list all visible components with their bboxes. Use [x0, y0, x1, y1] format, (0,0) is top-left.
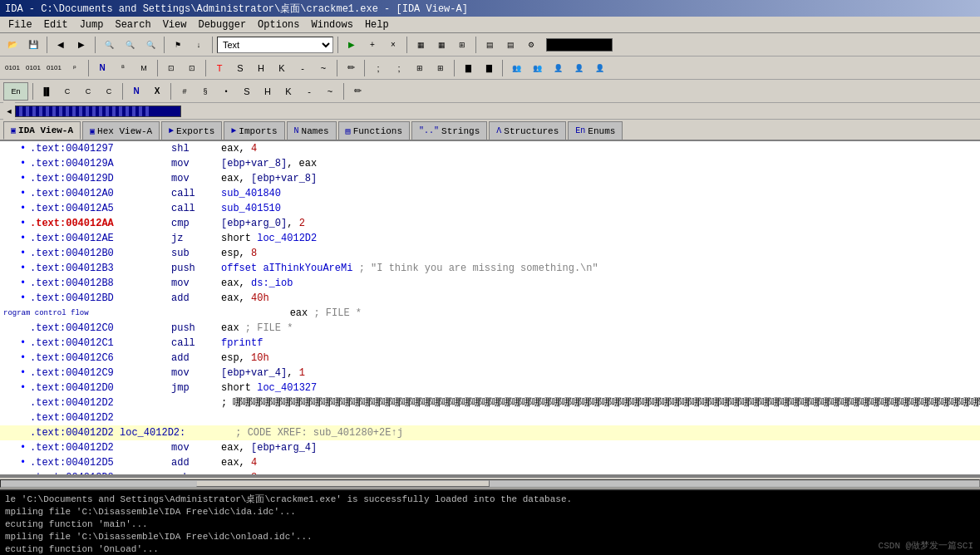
- tb-c3[interactable]: C: [100, 82, 118, 101]
- tb-people3[interactable]: 👤: [549, 59, 567, 77]
- tb-people4[interactable]: 👤: [569, 59, 588, 77]
- tb-people1[interactable]: 👥: [507, 59, 525, 77]
- tb-extra3[interactable]: ⚙: [522, 36, 540, 54]
- menu-item-options[interactable]: Options: [253, 18, 304, 32]
- disasm-line[interactable]: •.text:004012B3pushoffset aIThinkYouAreM…: [0, 261, 980, 276]
- tb-run[interactable]: ▶: [342, 36, 361, 54]
- tb-dot2[interactable]: •: [217, 82, 235, 101]
- tb-forward[interactable]: ▶: [72, 36, 91, 54]
- disasm-line[interactable]: •.text:004012C9mov[ebp+var_4], 1: [0, 366, 980, 381]
- tb-add[interactable]: +: [363, 36, 382, 54]
- disasm-line[interactable]: •.text:004012BDaddeax, 40h: [0, 291, 980, 306]
- indicator-left[interactable]: ◄: [3, 102, 15, 120]
- tb-c2[interactable]: C: [79, 82, 97, 101]
- tb-search2[interactable]: 🔍: [121, 36, 139, 54]
- tb-s2[interactable]: S: [238, 82, 256, 101]
- tb-semi[interactable]: ;: [369, 59, 387, 77]
- tb-hash[interactable]: #: [175, 82, 194, 101]
- tb-name-m[interactable]: M: [135, 59, 153, 77]
- tb-back[interactable]: ◀: [52, 36, 70, 54]
- tb-dash[interactable]: -: [293, 59, 312, 77]
- tb-slash[interactable]: -: [300, 82, 318, 101]
- disasm-line[interactable]: •.text:004012B8moveax, ds:_iob: [0, 276, 980, 291]
- disasm-line[interactable]: •.text:004012D2moveax, [ebp+arg_4]: [0, 440, 980, 455]
- tb-h2[interactable]: H: [259, 82, 277, 101]
- tb-hex-view2[interactable]: ▦: [432, 36, 451, 54]
- tab-functions[interactable]: ▤Functions: [338, 121, 410, 140]
- menu-item-edit[interactable]: Edit: [39, 18, 73, 32]
- tb-people2[interactable]: 👥: [528, 59, 546, 77]
- menu-item-jump[interactable]: Jump: [75, 18, 109, 32]
- disasm-line[interactable]: .text:004012D2; 哪哪哪哪哪哪哪哪哪哪哪哪哪哪哪哪哪哪哪哪哪哪哪哪…: [0, 395, 980, 410]
- tb-h1[interactable]: H: [252, 59, 270, 77]
- tab-ida-view-a[interactable]: ▣IDA View-A: [3, 121, 81, 140]
- tb-k1[interactable]: K: [273, 59, 291, 77]
- disasm-line[interactable]: .text:004012C0pusheax ; FILE *: [0, 321, 980, 336]
- tb-pencil[interactable]: ✏: [342, 59, 360, 77]
- disasm-line[interactable]: .text:004012D2: [0, 410, 980, 425]
- disasm-line[interactable]: •.text:004012AAcmp[ebp+arg_0], 2: [0, 216, 980, 231]
- tb-export[interactable]: ⊞: [453, 36, 471, 54]
- tab-exports[interactable]: ►Exports: [161, 121, 222, 140]
- tb-r3[interactable]: 0101: [45, 59, 63, 77]
- tb-nav1[interactable]: ⚑: [169, 36, 187, 54]
- tb-k2[interactable]: K: [279, 82, 298, 101]
- tb-en-toggle[interactable]: En: [3, 82, 28, 101]
- disasm-line[interactable]: .text:004012D2 loc_4012D2: ; CODE XREF: …: [0, 425, 980, 440]
- disasm-line[interactable]: rogram control floweax ; FILE *: [0, 306, 980, 321]
- tb-bar-chart2[interactable]: ▇: [480, 59, 498, 77]
- tb-people5[interactable]: 👤: [590, 59, 608, 77]
- tb-extra1[interactable]: ▤: [480, 36, 499, 54]
- tb-nav2[interactable]: ↓: [190, 36, 208, 54]
- tb-table[interactable]: ⊞: [411, 59, 429, 77]
- disasm-line[interactable]: •.text:004012D5addeax, 4: [0, 455, 980, 470]
- tb-bar-chart[interactable]: ▇: [459, 59, 477, 77]
- tb-s1[interactable]: S: [231, 59, 249, 77]
- hscroll-bar[interactable]: [0, 477, 980, 489]
- tb-open[interactable]: 📂: [3, 36, 22, 54]
- tb-r2[interactable]: 0101: [24, 59, 42, 77]
- view-type-dropdown[interactable]: Text Graph Hex: [217, 37, 333, 53]
- disasm-line[interactable]: •.text:004012C6addesp, 10h: [0, 351, 980, 366]
- menu-item-file[interactable]: File: [3, 18, 37, 32]
- tb-semi2[interactable]: ;: [390, 59, 408, 77]
- tb-table2[interactable]: ⊞: [431, 59, 450, 77]
- tab-structures[interactable]: ΛStructures: [489, 121, 566, 140]
- tb-r4[interactable]: ᵖ: [66, 59, 84, 77]
- tb-pound[interactable]: §: [196, 82, 214, 101]
- tb-name-n[interactable]: N: [93, 59, 111, 77]
- tb-c1[interactable]: C: [58, 82, 76, 101]
- disasm-line[interactable]: •.text:0040129Amov[ebp+var_8], eax: [0, 156, 980, 171]
- disasm-line[interactable]: •.text:004012D8subesp, 8: [0, 470, 980, 477]
- tb-save[interactable]: 💾: [24, 36, 42, 54]
- tab-strings[interactable]: ".."Strings: [411, 121, 487, 140]
- disasm-line[interactable]: •.text:004012AEjzshort loc_4012D2: [0, 231, 980, 246]
- tab-imports[interactable]: ►Imports: [224, 121, 284, 140]
- tb-r1[interactable]: 0101: [3, 59, 22, 77]
- tb-paste[interactable]: ⊡: [183, 59, 201, 77]
- tb-search3[interactable]: 🔍: [141, 36, 160, 54]
- tab-names[interactable]: NNames: [287, 121, 337, 140]
- disasm-line[interactable]: •.text:004012A5callsub_401510: [0, 201, 980, 216]
- tb-hex-view[interactable]: ▦: [411, 36, 430, 54]
- tb-x[interactable]: X: [148, 82, 166, 101]
- disasm-line[interactable]: •.text:004012C1callfprintf: [0, 336, 980, 351]
- tab-hex-view-a[interactable]: ▣Hex View-A: [82, 121, 160, 140]
- menu-item-help[interactable]: Help: [360, 18, 394, 32]
- hscroll-track[interactable]: [0, 479, 980, 488]
- disasm-line[interactable]: •.text:00401297shleax, 4: [0, 141, 980, 156]
- disasm-line[interactable]: •.text:004012B0subesp, 8: [0, 246, 980, 261]
- tb-asm1[interactable]: ▐▌: [37, 82, 56, 101]
- tb-star-n[interactable]: N: [127, 82, 145, 101]
- menu-item-view[interactable]: View: [158, 18, 192, 32]
- tb-close2[interactable]: ×: [384, 36, 402, 54]
- tb-extra2[interactable]: ▤: [501, 36, 520, 54]
- disasm-line[interactable]: •.text:004012A0callsub_401840: [0, 186, 980, 201]
- tb-t1[interactable]: T: [210, 59, 229, 77]
- tb-tilde[interactable]: ~: [314, 59, 332, 77]
- tb-name-b[interactable]: ᴮ: [114, 59, 132, 77]
- disasm-line[interactable]: •.text:004012D0jmpshort loc_401327: [0, 381, 980, 395]
- disasm-view[interactable]: •.text:00401297shleax, 4 •.text:0040129A…: [0, 141, 980, 477]
- menu-item-windows[interactable]: Windows: [307, 18, 358, 32]
- hscroll-thumb[interactable]: [196, 480, 490, 487]
